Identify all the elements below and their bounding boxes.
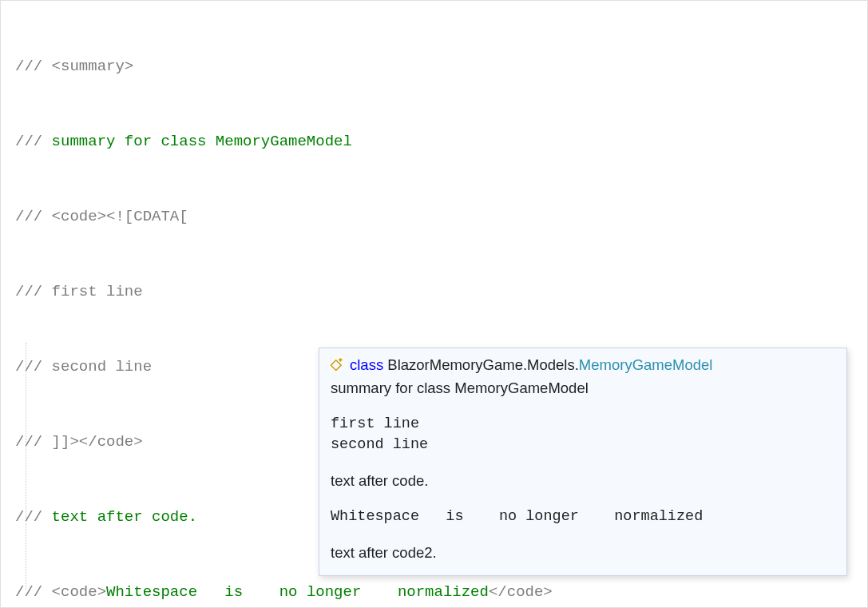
tooltip-code-whitespace: Whitespace is no longer normalized <box>331 507 835 528</box>
tooltip-header: class BlazorMemoryGame.Models.MemoryGame… <box>331 355 835 376</box>
svg-rect-0 <box>331 360 341 371</box>
tooltip-keyword: class <box>350 356 383 373</box>
code-line[interactable]: /// <code><![CDATA[ <box>1 205 867 229</box>
doc-comment-marker: /// <box>15 433 42 451</box>
xml-tag-code-close: </code> <box>79 433 143 451</box>
xml-tag-code-close: </code> <box>489 583 553 601</box>
class-icon <box>331 356 345 371</box>
cdata-text: first line <box>42 283 142 300</box>
doc-text: text after code. <box>42 508 197 526</box>
doc-comment-marker: /// <box>15 58 42 75</box>
doc-comment-marker: /// <box>15 358 42 376</box>
tooltip-classname: MemoryGameModel <box>579 356 713 373</box>
doc-comment-marker: /// <box>15 283 42 300</box>
xml-tag-summary-open: <summary> <box>42 58 133 75</box>
tooltip-namespace: BlazorMemoryGame.Models. <box>387 356 579 373</box>
doc-comment-marker: /// <box>15 133 42 150</box>
doc-comment-marker: /// <box>15 508 42 526</box>
code-whitespace-text: Whitespace is no longer normalized <box>106 583 489 601</box>
xml-tag-code-open: <code> <box>42 583 106 601</box>
code-line[interactable]: /// summary for class MemoryGameModel <box>1 129 867 154</box>
doc-text: summary for class MemoryGameModel <box>42 133 352 150</box>
cdata-text: second line <box>42 358 152 376</box>
doc-comment-marker: /// <box>15 208 42 225</box>
tooltip-text: text after code. <box>331 471 835 492</box>
cdata-open: <![CDATA[ <box>106 208 188 225</box>
xml-tag-code-open: <code> <box>42 208 106 225</box>
cdata-close: ]]> <box>42 433 79 451</box>
tooltip-text: text after code2. <box>331 542 835 564</box>
quickinfo-tooltip: class BlazorMemoryGame.Models.MemoryGame… <box>319 348 847 576</box>
tooltip-code-block: first line second line <box>331 414 835 457</box>
code-line[interactable]: /// <code>Whitespace is no longer normal… <box>1 580 867 605</box>
doc-comment-marker: /// <box>15 583 42 601</box>
code-line[interactable]: /// <summary> <box>1 54 867 79</box>
indent-guide <box>26 343 26 590</box>
tooltip-summary: summary for class MemoryGameModel <box>331 378 835 399</box>
code-line[interactable]: /// first line <box>1 280 867 304</box>
